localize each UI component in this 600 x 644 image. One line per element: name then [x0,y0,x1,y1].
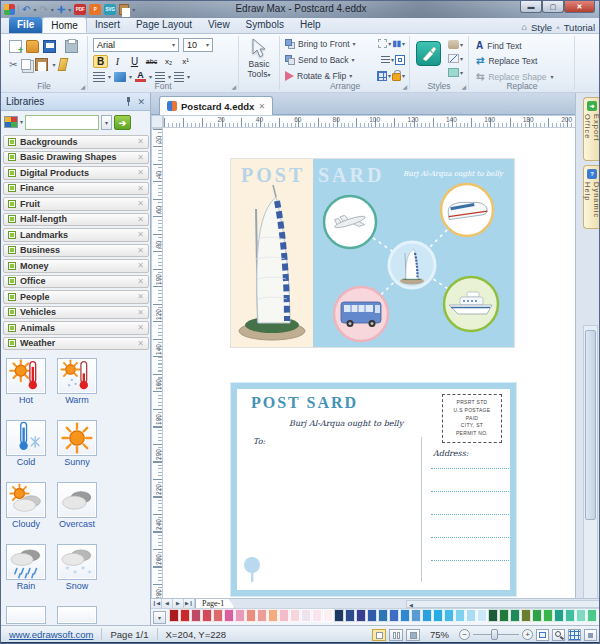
color-swatch[interactable] [290,609,300,622]
align-text-icon[interactable] [155,72,165,82]
library-list-item[interactable]: People ✕ [3,290,149,304]
color-swatch[interactable] [587,609,597,622]
color-swatch[interactable] [455,609,465,622]
library-item-close-icon[interactable]: ✕ [137,292,144,301]
shape-overcast[interactable]: Overcast [57,482,97,529]
italic-button[interactable]: I [110,56,125,67]
shape-warm[interactable]: Warm [57,358,97,405]
print-icon[interactable] [65,40,78,53]
replace-text-button[interactable]: ⇄ Replace Text [476,56,537,66]
color-swatch[interactable] [444,609,454,622]
basic-tools-button[interactable]: Basic Tools▾ [239,59,279,79]
vertical-scrollbar-thumb[interactable] [585,330,596,520]
send-to-back-button[interactable]: Send to Back▾ [285,55,355,65]
zoom-in-button[interactable]: + [522,629,533,640]
fill-style-icon[interactable] [448,40,459,49]
fit-to-window-button[interactable] [536,629,549,641]
library-list-item[interactable]: Money ✕ [3,259,149,273]
paste-icon[interactable] [35,58,48,71]
library-item-close-icon[interactable]: ✕ [137,277,144,286]
tab-page-layout[interactable]: Page Layout [128,17,200,33]
color-swatch[interactable] [510,609,520,622]
library-list-item[interactable]: Finance ✕ [3,182,149,196]
color-swatch[interactable] [268,609,278,622]
color-swatch[interactable] [554,609,564,622]
tab-dynamic-help[interactable]: ? Dynamic Help [583,165,600,229]
font-color-dropdown-icon[interactable]: ▾ [149,74,152,80]
color-swatch[interactable] [433,609,443,622]
color-swatch[interactable] [323,609,333,622]
palette-scroll-icon[interactable]: ▾ [153,611,166,624]
file-dialog-launcher-icon[interactable]: ◢ [80,83,85,90]
color-swatch[interactable] [565,609,575,622]
columns-icon[interactable]: ▮▮ [392,39,401,48]
color-swatch[interactable] [499,609,509,622]
color-swatch[interactable] [180,609,190,622]
normal-view-button[interactable] [372,629,386,641]
shadow-style-icon[interactable] [448,68,459,77]
open-file-icon[interactable] [26,40,39,53]
library-list-item[interactable]: Landmarks ✕ [3,228,149,242]
color-swatch[interactable] [532,609,542,622]
font-family-select[interactable]: Arial▾ [93,38,179,52]
page-view-button[interactable] [389,629,403,641]
library-palette-icon[interactable] [4,116,18,128]
library-item-close-icon[interactable]: ✕ [137,215,144,224]
color-swatch[interactable] [477,609,487,622]
library-item-close-icon[interactable]: ✕ [137,308,144,317]
library-list-item[interactable]: Vehicles ✕ [3,306,149,320]
copy-icon[interactable] [21,59,31,70]
line-spacing-icon[interactable] [93,72,105,82]
shape-cold[interactable]: Cold [6,420,46,467]
color-swatch[interactable] [576,609,586,622]
color-swatch[interactable] [543,609,553,622]
color-swatch[interactable] [257,609,267,622]
color-swatch[interactable] [367,609,377,622]
color-swatch[interactable] [169,609,179,622]
color-swatch[interactable] [411,609,421,622]
library-list-item[interactable]: Half-length ✕ [3,213,149,227]
vertical-scrollbar[interactable] [583,325,598,644]
color-swatch[interactable] [521,609,531,622]
color-swatch[interactable] [235,609,245,622]
library-list-item[interactable]: Office ✕ [3,275,149,289]
library-list-item[interactable]: Backgrounds ✕ [3,135,149,149]
center-icon[interactable] [395,55,405,65]
bold-button[interactable]: B [93,55,108,68]
pin-icon[interactable] [125,97,132,106]
search-dropdown-icon[interactable]: ▾ [101,115,112,130]
bullets-icon[interactable] [174,72,184,82]
color-swatch[interactable] [202,609,212,622]
library-item-close-icon[interactable]: ✕ [137,199,144,208]
first-page-button[interactable]: ❙◀ [151,599,162,608]
zoom-slider[interactable] [473,634,519,635]
postcard-back[interactable]: POST SARD Burj Al-Arqua ought to belly T… [231,383,516,596]
library-item-close-icon[interactable]: ✕ [137,261,144,270]
search-input[interactable] [25,115,99,130]
shape-hot[interactable]: Hot [6,358,46,405]
tab-insert[interactable]: Insert [87,17,128,33]
library-list-item[interactable]: Fruit ✕ [3,197,149,211]
library-item-close-icon[interactable]: ✕ [137,246,144,255]
drawing-canvas[interactable]: POST SARD Burj Al-Arqua ought to belly P… [163,128,575,598]
library-list-item[interactable]: Business ✕ [3,244,149,258]
shape-sunny[interactable]: Sunny [57,420,97,467]
align-objects-icon[interactable] [381,56,390,65]
align-dropdown-icon[interactable]: ▾ [168,74,171,80]
color-swatch[interactable] [356,609,366,622]
palette-dropdown-icon[interactable]: ▾ [20,119,23,125]
close-panel-icon[interactable]: ✕ [137,97,145,107]
strikethrough-button[interactable]: abc [144,58,159,65]
style-menu[interactable]: Style [531,22,552,33]
underline-button[interactable]: U [127,56,142,67]
style-brush-icon[interactable] [416,41,441,66]
color-swatch[interactable] [213,609,223,622]
tab-view[interactable]: View [200,17,238,33]
library-item-close-icon[interactable]: ✕ [137,339,144,348]
color-swatch[interactable] [224,609,234,622]
toggle-grid-button[interactable] [568,629,581,641]
bring-to-front-button[interactable]: Bring to Front▾ [285,39,356,49]
last-page-button[interactable]: ▶❙ [184,599,195,608]
presentation-view-button[interactable] [406,629,420,641]
color-swatch[interactable] [345,609,355,622]
